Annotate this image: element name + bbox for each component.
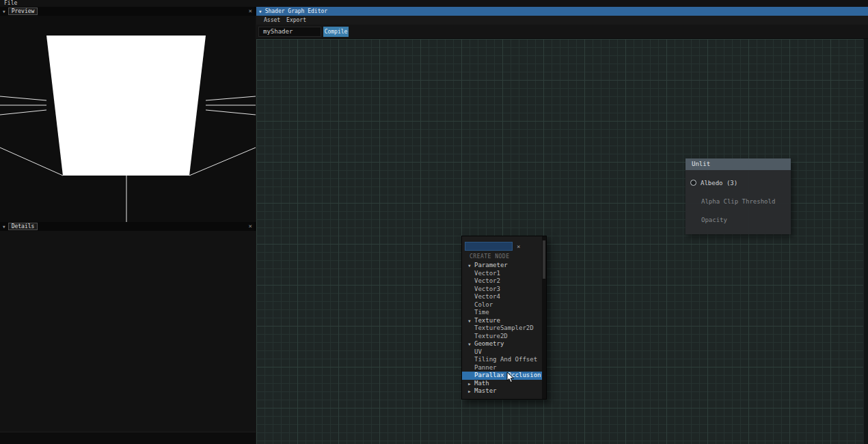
menu-close-button[interactable]: × (517, 243, 520, 250)
menu-item-vector1[interactable]: Vector1 (462, 270, 543, 278)
details-panel-body (0, 231, 256, 432)
menu-item-vector4[interactable]: Vector4 (462, 293, 543, 301)
menu-item-texturesampler2d[interactable]: TextureSampler2D (462, 324, 543, 333)
menu-export[interactable]: Export (286, 17, 306, 23)
node-search-input[interactable] (465, 242, 513, 251)
menu-item-vector3[interactable]: Vector3 (462, 286, 543, 294)
input-port-circle[interactable] (690, 180, 696, 186)
chevron-down-icon: ▼ (468, 340, 473, 348)
create-node-header: CREATE NODE (470, 253, 509, 260)
menu-item-label: Vector3 (474, 286, 500, 294)
menu-scrollbar-thumb[interactable] (543, 240, 545, 279)
graph-canvas[interactable] (256, 39, 868, 444)
menu-item-label: TextureSampler2D (474, 324, 534, 333)
menu-item-label: Tiling And Offset (474, 356, 537, 364)
node-row-label: Opacity (701, 217, 727, 223)
node-row-alpha-clip-threshold: Alpha Clip Threshold (686, 192, 791, 210)
category-master[interactable]: ▶Master (462, 387, 543, 396)
menu-item-label: Color (474, 301, 493, 309)
menu-item-panner[interactable]: Panner (462, 364, 543, 372)
shader-name-field[interactable]: myShader (258, 27, 321, 37)
menu-search-row: × (465, 242, 520, 251)
left-panel-footer (0, 432, 256, 444)
shader-window-title: Shader Graph Editor (265, 8, 328, 14)
menu-item-label: Math (474, 380, 489, 388)
preview-mesh-face (46, 36, 206, 176)
create-node-menu: × CREATE NODE ▼ParameterVector1Vector2Ve… (461, 236, 547, 400)
menu-item-label: Panner (474, 364, 497, 372)
app-menubar: File (0, 0, 868, 7)
mouse-cursor (506, 372, 516, 383)
chevron-right-icon: ▶ (468, 380, 473, 388)
details-close-button[interactable]: × (249, 222, 252, 231)
menu-item-label: Texture (474, 317, 500, 325)
menu-item-label: Vector4 (474, 293, 500, 301)
menu-asset[interactable]: Asset (264, 17, 280, 23)
preview-close-button[interactable]: × (249, 7, 252, 16)
shader-toolbar: myShader Compile (256, 25, 868, 39)
left-panel: ▼ Preview × ▼ Details × (0, 7, 256, 444)
menu-item-vector2[interactable]: Vector2 (462, 277, 543, 286)
chevron-down-icon: ▼ (468, 317, 473, 325)
shader-menubar: Asset Export (256, 16, 868, 25)
node-row-opacity: Opacity (686, 210, 791, 229)
preview-panel-title[interactable]: Preview (8, 8, 38, 15)
create-node-list: ▼ParameterVector1Vector2Vector3Vector4Co… (462, 262, 543, 396)
chevron-down-icon[interactable]: ▼ (3, 225, 5, 229)
menu-item-label: Texture2D (474, 333, 508, 341)
menu-item-label: Vector2 (474, 277, 500, 286)
details-panel-titlebar: ▼ Details × (0, 222, 255, 231)
preview-panel-titlebar: ▼ Preview × (0, 7, 255, 16)
chevron-down-icon: ▼ (468, 262, 473, 270)
category-parameter[interactable]: ▼Parameter (462, 262, 543, 270)
compile-button[interactable]: Compile (323, 27, 349, 37)
node-row-label: Alpha Clip Threshold (701, 198, 775, 205)
node-row-label: Albedo (3) (701, 180, 737, 186)
details-panel-title[interactable]: Details (8, 223, 38, 230)
menu-item-label: Parameter (474, 262, 508, 270)
menu-item-texture2d[interactable]: Texture2D (462, 333, 543, 341)
file-menu[interactable]: File (4, 0, 17, 7)
menu-item-label: Time (474, 309, 489, 317)
preview-wireframe (0, 16, 256, 222)
chevron-down-icon[interactable]: ▼ (3, 10, 5, 14)
unlit-node-rows: Albedo (3)Alpha Clip ThresholdOpacity (686, 170, 791, 234)
menu-item-tiling-and-offset[interactable]: Tiling And Offset (462, 356, 543, 364)
menu-item-time[interactable]: Time (462, 309, 543, 317)
chevron-right-icon: ▶ (468, 387, 473, 396)
menu-item-label: UV (474, 348, 482, 357)
category-texture[interactable]: ▼Texture (462, 317, 543, 325)
menu-item-label: Geometry (474, 340, 504, 348)
menu-item-uv[interactable]: UV (462, 348, 543, 357)
menu-item-color[interactable]: Color (462, 301, 543, 309)
menu-item-label: Vector1 (474, 270, 500, 278)
canvas-vscrollbar[interactable] (863, 39, 868, 444)
menu-item-parallax-occlusion[interactable]: Parallax Occlusion (462, 372, 543, 380)
category-math[interactable]: ▶Math (462, 380, 543, 388)
unlit-node[interactable]: Unlit Albedo (3)Alpha Clip ThresholdOpac… (686, 158, 791, 234)
node-row-albedo-3: Albedo (3) (686, 174, 791, 192)
unlit-node-header[interactable]: Unlit (686, 158, 791, 170)
menu-item-label: Master (474, 387, 497, 396)
chevron-down-icon: ▼ (259, 10, 262, 14)
shader-window-titlebar[interactable]: ▼ Shader Graph Editor (256, 7, 868, 16)
menu-scrollbar[interactable] (542, 236, 546, 399)
preview-viewport[interactable] (0, 16, 256, 222)
category-geometry[interactable]: ▼Geometry (462, 340, 543, 348)
